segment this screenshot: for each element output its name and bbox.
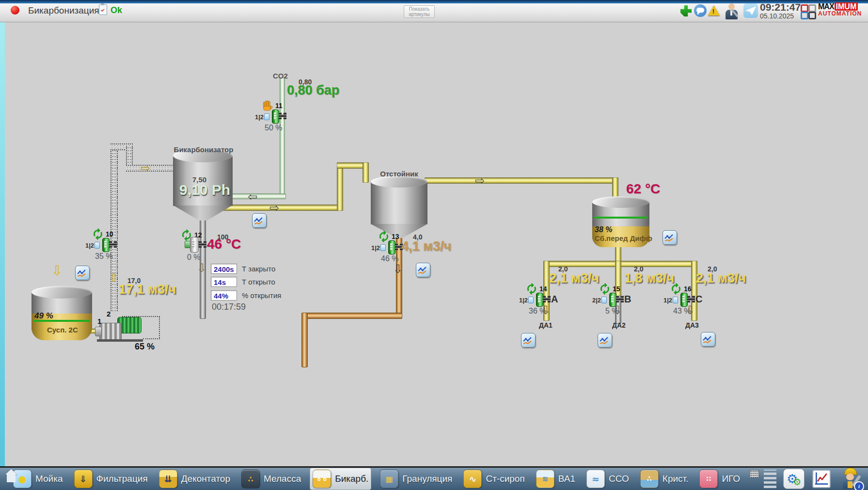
suspension-pipe-into-tank	[126, 165, 175, 172]
valve-open-percent: 5 %	[605, 307, 619, 316]
trend-button-da2[interactable]	[598, 333, 612, 348]
flow-arrow-up-icon: ⇧	[109, 272, 119, 284]
menu-lines-icon[interactable]	[764, 470, 776, 488]
taskbar-item-крист-[interactable]: ∴ Крист.	[638, 468, 691, 490]
bicarbonizer-label: Бикарбонизатор	[165, 145, 242, 154]
report-icon[interactable]	[99, 4, 107, 15]
valve-body[interactable]	[536, 293, 543, 307]
open-pct-label: % открытия	[242, 291, 281, 300]
show-articles-button[interactable]: Показатьартикулы	[404, 5, 435, 18]
valve-14-group[interactable]: 14 1|2 A 36 %	[524, 283, 562, 317]
status-square-gray	[808, 4, 816, 12]
suspension-level: 49 %	[34, 311, 53, 321]
t-open-input[interactable]: 14s	[211, 277, 237, 287]
valve-body[interactable]	[388, 240, 395, 254]
valve-16-group[interactable]: 16 1|2 C 43 %	[669, 283, 707, 317]
pump-speed: 65 %	[135, 342, 155, 352]
warning-icon[interactable]: !	[708, 5, 720, 16]
bicarbonizer-tank: 7,50 9,10 Ph	[173, 149, 233, 238]
valve-15-group[interactable]: 15 2|2 B 5 %	[598, 283, 635, 317]
branch-c-flow: 2,1 м3/ч	[696, 271, 746, 286]
valve-body[interactable]	[609, 293, 616, 307]
filter-icon: ⇓	[74, 470, 93, 488]
taskbar-item-ссо[interactable]: ≈ ССО	[584, 468, 631, 490]
valve-number: 15	[613, 285, 620, 293]
status-squares	[801, 4, 815, 18]
taskbar-item-фильтрация[interactable]: ⇓ Фильтрация	[72, 468, 150, 490]
trends-app-icon[interactable]	[812, 470, 831, 488]
flow-arrow-left-icon: ⇦	[248, 191, 257, 203]
branch-letter: A	[551, 294, 558, 305]
suspension-pump[interactable]: 1 2	[97, 310, 145, 342]
collector-tank: 38 % Сб.перед Дифф	[592, 196, 649, 251]
trend-button-da1[interactable]	[521, 333, 536, 348]
taskbar-item-грануляция[interactable]: ▦ Грануляция	[378, 468, 455, 490]
service-user-icon[interactable]	[723, 2, 741, 21]
collector-level: 38 %	[595, 225, 612, 234]
flow-arrow-right-icon: ⇨	[269, 202, 279, 214]
valve-number: 10	[106, 230, 113, 238]
service-info-icon[interactable]: i	[837, 468, 864, 490]
valve-symbol-icon	[109, 241, 117, 248]
mini-grid-icon[interactable]	[750, 470, 759, 478]
valve-open-percent: 36 %	[529, 307, 546, 316]
taskbar-item-ва1[interactable]: ≋ ВА1	[534, 468, 578, 490]
taskbar-items: ● Мойка ⇓ Фильтрация ⇊ Деконтатор ∴ Мела…	[11, 468, 749, 490]
telegram-icon[interactable]	[743, 3, 758, 18]
chat-icon[interactable]	[694, 4, 707, 17]
settler-label: Отстойник	[371, 170, 427, 178]
process-canvas: ⇦ ⇨ ⇨ ⇨ ⇧ ⇩ ⇩ ⇩ ⇩ ⇩ ⇩ Бикарбонизатор 7,5…	[0, 22, 868, 466]
pump-label-1: 1	[97, 317, 101, 325]
suspension-tank-name: Сусп. 2С	[47, 326, 78, 334]
taskbar-item-ст-сироп[interactable]: ∿ Ст-сироп	[461, 468, 527, 490]
co2-pipe-into-tank	[230, 193, 286, 199]
settings-icon[interactable]: ⚙⚙	[783, 469, 805, 489]
t-closed-label: Т закрыто	[242, 265, 275, 273]
tank-feed-arrow-icon: ⇩	[51, 264, 63, 278]
settler-flow: 4,1 м3/ч	[401, 239, 451, 254]
seal-line-bottom	[143, 338, 160, 339]
valve-body[interactable]	[190, 237, 199, 253]
susp-flow: 17,1 м3/ч	[119, 282, 176, 297]
taskbar-item-меласса[interactable]: ∴ Меласса	[239, 468, 303, 490]
sludge-pipe-down	[301, 313, 308, 367]
bicarb-drain-arrow-icon: ⇩	[197, 262, 206, 274]
pump-inlet	[95, 327, 102, 336]
trend-button-collector[interactable]	[663, 230, 677, 245]
manual-mode-icon	[260, 99, 275, 112]
pump-label-2: 2	[107, 310, 110, 318]
seal-line-right	[159, 316, 160, 339]
clock: 09:21:47 05.10.2025	[760, 1, 799, 20]
doc-icon	[380, 244, 386, 251]
sludge-pipe-horizontal	[301, 313, 402, 319]
page-title: Бикарбонизация	[28, 5, 99, 16]
doc-icon	[264, 113, 269, 120]
trend-button-suspension[interactable]	[75, 266, 90, 280]
valve-10-group[interactable]: 10 1|2 35 %	[91, 228, 128, 263]
open-pct-input[interactable]: 44%	[211, 290, 237, 300]
trend-button-da3[interactable]	[701, 332, 715, 347]
taskbar-item-деконтатор[interactable]: ⇊ Деконтатор	[157, 468, 233, 490]
valve-symbol-icon	[687, 296, 695, 302]
valve-mode: 2|2	[592, 297, 601, 304]
add-icon[interactable]	[680, 5, 692, 16]
taskbar-item-бикарб-[interactable]: ∘∘ Бикарб.	[310, 468, 371, 490]
flow-arrow-dashed-icon: ⇨	[141, 162, 150, 174]
branch-letter: B	[624, 294, 631, 305]
taskbar-item-мойка[interactable]: ● Мойка	[11, 468, 65, 490]
t-closed-input[interactable]: 2400s	[211, 264, 237, 274]
valve-mode: 1|2	[85, 242, 94, 249]
co2-label: CO2	[273, 72, 288, 80]
valve-11-group[interactable]: 11 1|2 50 %	[260, 99, 298, 134]
branch-a-flow: 2,1 м3/ч	[549, 271, 599, 286]
co2-pressure: 0,80 бар	[287, 83, 339, 98]
crystal-icon: ∴	[640, 470, 659, 488]
maximum-automation-logo: MAXIMUM AUTOMATION	[818, 2, 867, 17]
valve-open-percent: 35 %	[95, 252, 112, 261]
trend-button-bicarb[interactable]	[252, 213, 267, 228]
valve-body[interactable]	[102, 238, 110, 252]
valve-mode: 1|2	[255, 113, 264, 121]
trend-button-settler[interactable]	[416, 263, 430, 277]
valve-body[interactable]	[680, 293, 688, 307]
taskbar-item-иго[interactable]: ∷ ИГО	[697, 468, 742, 490]
